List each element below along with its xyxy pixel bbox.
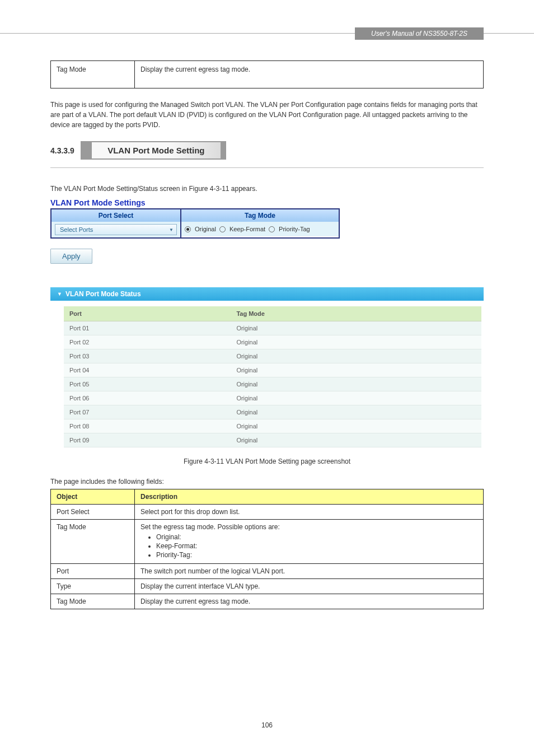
status-tagmode-cell: Original [231,419,481,433]
settings-header-port-select: Port Select [51,209,180,222]
table-row: Port 02Original [64,335,481,349]
radio-priority-tag-label: Priority-Tag [279,226,310,232]
desc-object-cell: Type [51,579,135,594]
table-row: Port SelectSelect port for this drop dow… [51,505,484,520]
figure-caption: Figure 4-3-11 VLAN Port Mode Setting pag… [50,458,484,465]
table-row: Port 01Original [64,321,481,335]
table-row: PortThe switch port number of the logica… [51,564,484,579]
status-col-tagmode: Tag Mode [231,306,481,321]
top-info-label: Tag Mode [51,61,135,88]
table-row: TypeDisplay the current interface VLAN t… [51,579,484,594]
desc-object-cell: Tag Mode [51,594,135,609]
status-tagmode-cell: Original [231,321,481,335]
desc-description-cell: Set the egress tag mode. Possible option… [135,520,484,564]
status-port-cell: Port 02 [64,335,231,349]
desc-col-description: Description [135,489,484,505]
page-number: 106 [0,721,534,729]
status-port-cell: Port 05 [64,377,231,391]
manual-title-bar: User's Manual of NS3550-8T-2S [355,27,484,40]
status-tagmode-cell: Original [231,363,481,377]
chevron-down-icon: ▼ [57,291,62,297]
status-panel-header[interactable]: ▼ VLAN Port Mode Status [50,287,484,301]
section-divider [50,167,484,168]
desc-intro: The page includes the following fields: [50,478,484,486]
figure-intro: The VLAN Port Mode Setting/Status screen… [50,185,484,193]
status-port-cell: Port 03 [64,349,231,363]
settings-header-tag-mode: Tag Mode [181,209,339,222]
table-row: Tag ModeDisplay the current egress tag m… [51,594,484,609]
desc-col-object: Object [51,489,135,505]
table-row: Port 07Original [64,405,481,419]
apply-button[interactable]: Apply [50,249,92,264]
status-table: Port Tag Mode Port 01OriginalPort 02Orig… [64,306,481,447]
status-port-cell: Port 06 [64,391,231,405]
body-paragraph: This page is used for configuring the Ma… [50,100,484,130]
table-row: Port 04Original [64,363,481,377]
status-col-port: Port [64,306,231,321]
top-info-row: Tag Mode Display the current egress tag … [50,60,484,88]
radio-original-label: Original [195,226,216,232]
section-number: 4.3.3.9 [50,146,74,155]
settings-title: VLAN Port Mode Settings [50,198,484,207]
settings-box: Port Select Select Ports ▼ Tag Mode Orig… [50,208,340,239]
status-tagmode-cell: Original [231,377,481,391]
status-tagmode-cell: Original [231,349,481,363]
top-info-value: Display the current egress tag mode. [135,61,483,88]
table-row: Port 09Original [64,433,481,447]
status-tagmode-cell: Original [231,335,481,349]
status-port-cell: Port 04 [64,363,231,377]
radio-keep-format[interactable] [219,226,226,232]
table-row: Port 05Original [64,377,481,391]
table-row: Port 06Original [64,391,481,405]
desc-object-cell: Port Select [51,505,135,520]
status-tagmode-cell: Original [231,433,481,447]
table-row: Port 03Original [64,349,481,363]
status-tagmode-cell: Original [231,405,481,419]
port-select-placeholder: Select Ports [60,226,93,233]
status-port-cell: Port 09 [64,433,231,447]
table-row: Port 08Original [64,419,481,433]
desc-description-cell: Display the current interface VLAN type. [135,579,484,594]
chevron-down-icon: ▼ [167,226,175,234]
status-port-cell: Port 07 [64,405,231,419]
desc-description-cell: Display the current egress tag mode. [135,594,484,609]
table-row: Tag ModeSet the egress tag mode. Possibl… [51,520,484,564]
radio-priority-tag[interactable] [269,226,275,232]
status-port-cell: Port 01 [64,321,231,335]
desc-description-cell: Select port for this drop down list. [135,505,484,520]
description-table: Object Description Port SelectSelect por… [50,489,484,609]
desc-object-cell: Tag Mode [51,520,135,564]
status-port-cell: Port 08 [64,419,231,433]
radio-original[interactable] [185,226,191,232]
desc-description-cell: The switch port number of the logical VL… [135,564,484,579]
section-title: VLAN Port Mode Setting [81,141,226,160]
radio-keep-format-label: Keep-Format [229,226,265,232]
desc-object-cell: Port [51,564,135,579]
status-tagmode-cell: Original [231,391,481,405]
status-panel-title: VLAN Port Mode Status [65,290,141,298]
port-select-dropdown[interactable]: Select Ports ▼ [55,224,177,235]
